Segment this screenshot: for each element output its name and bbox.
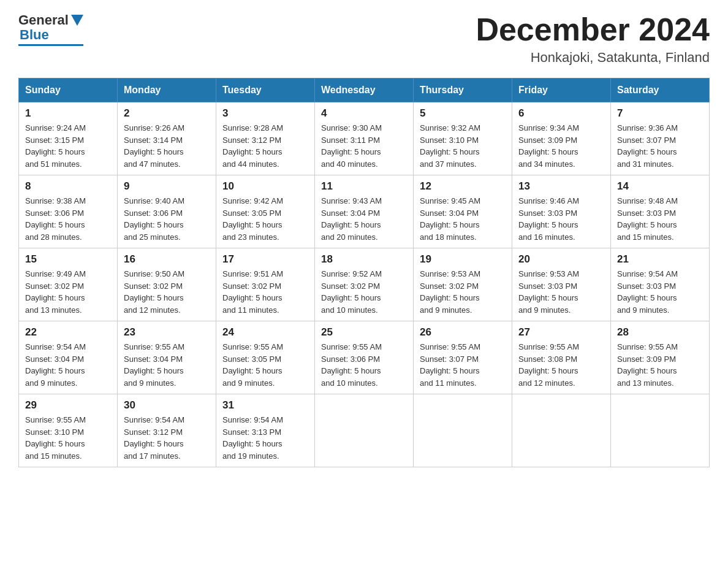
day-number: 25 (321, 326, 407, 339)
calendar-cell: 13Sunrise: 9:46 AMSunset: 3:03 PMDayligh… (512, 175, 611, 248)
calendar-cell: 1Sunrise: 9:24 AMSunset: 3:15 PMDaylight… (19, 102, 118, 175)
calendar-cell: 23Sunrise: 9:55 AMSunset: 3:04 PMDayligh… (118, 321, 216, 394)
calendar-week-row: 8Sunrise: 9:38 AMSunset: 3:06 PMDaylight… (19, 175, 710, 248)
calendar-table: SundayMondayTuesdayWednesdayThursdayFrid… (18, 78, 710, 467)
weekday-header: Sunday (19, 79, 118, 102)
day-info: Sunrise: 9:54 AMSunset: 3:03 PMDaylight:… (617, 268, 703, 316)
calendar-cell: 9Sunrise: 9:40 AMSunset: 3:06 PMDaylight… (118, 175, 216, 248)
day-info: Sunrise: 9:28 AMSunset: 3:12 PMDaylight:… (222, 122, 308, 170)
day-info: Sunrise: 9:55 AMSunset: 3:09 PMDaylight:… (617, 341, 703, 389)
calendar-week-row: 15Sunrise: 9:49 AMSunset: 3:02 PMDayligh… (19, 248, 710, 321)
day-info: Sunrise: 9:34 AMSunset: 3:09 PMDaylight:… (518, 122, 604, 170)
calendar-week-row: 22Sunrise: 9:54 AMSunset: 3:04 PMDayligh… (19, 321, 710, 394)
calendar-cell: 20Sunrise: 9:53 AMSunset: 3:03 PMDayligh… (512, 248, 611, 321)
day-number: 24 (222, 326, 308, 339)
calendar-cell: 26Sunrise: 9:55 AMSunset: 3:07 PMDayligh… (414, 321, 512, 394)
day-number: 6 (518, 107, 604, 120)
day-number: 23 (124, 326, 210, 339)
calendar-cell: 10Sunrise: 9:42 AMSunset: 3:05 PMDayligh… (216, 175, 315, 248)
calendar-week-row: 1Sunrise: 9:24 AMSunset: 3:15 PMDaylight… (19, 102, 710, 175)
day-info: Sunrise: 9:45 AMSunset: 3:04 PMDaylight:… (420, 195, 506, 243)
calendar-cell: 3Sunrise: 9:28 AMSunset: 3:12 PMDaylight… (216, 102, 315, 175)
day-number: 9 (124, 180, 210, 193)
calendar-cell: 29Sunrise: 9:55 AMSunset: 3:10 PMDayligh… (19, 394, 118, 467)
day-info: Sunrise: 9:51 AMSunset: 3:02 PMDaylight:… (222, 268, 308, 316)
day-info: Sunrise: 9:36 AMSunset: 3:07 PMDaylight:… (617, 122, 703, 170)
calendar-cell (611, 394, 710, 467)
calendar-cell: 6Sunrise: 9:34 AMSunset: 3:09 PMDaylight… (512, 102, 611, 175)
calendar-cell: 7Sunrise: 9:36 AMSunset: 3:07 PMDaylight… (611, 102, 710, 175)
weekday-header: Monday (118, 79, 216, 102)
calendar-cell: 16Sunrise: 9:50 AMSunset: 3:02 PMDayligh… (118, 248, 216, 321)
logo-blue-text: Blue (20, 27, 49, 43)
logo-line (18, 44, 83, 46)
day-number: 19 (420, 253, 506, 266)
calendar-cell: 24Sunrise: 9:55 AMSunset: 3:05 PMDayligh… (216, 321, 315, 394)
calendar-cell: 19Sunrise: 9:53 AMSunset: 3:02 PMDayligh… (414, 248, 512, 321)
day-number: 30 (124, 399, 210, 412)
day-info: Sunrise: 9:24 AMSunset: 3:15 PMDaylight:… (25, 122, 111, 170)
day-info: Sunrise: 9:50 AMSunset: 3:02 PMDaylight:… (124, 268, 210, 316)
day-info: Sunrise: 9:30 AMSunset: 3:11 PMDaylight:… (321, 122, 407, 170)
calendar-cell: 27Sunrise: 9:55 AMSunset: 3:08 PMDayligh… (512, 321, 611, 394)
calendar-cell: 31Sunrise: 9:54 AMSunset: 3:13 PMDayligh… (216, 394, 315, 467)
day-number: 18 (321, 253, 407, 266)
day-info: Sunrise: 9:55 AMSunset: 3:07 PMDaylight:… (420, 341, 506, 389)
logo-triangle-icon (71, 15, 83, 26)
calendar-cell: 5Sunrise: 9:32 AMSunset: 3:10 PMDaylight… (414, 102, 512, 175)
day-number: 1 (25, 107, 111, 120)
calendar-cell: 22Sunrise: 9:54 AMSunset: 3:04 PMDayligh… (19, 321, 118, 394)
day-number: 7 (617, 107, 703, 120)
calendar-cell: 18Sunrise: 9:52 AMSunset: 3:02 PMDayligh… (315, 248, 414, 321)
calendar-cell: 4Sunrise: 9:30 AMSunset: 3:11 PMDaylight… (315, 102, 414, 175)
calendar-cell: 12Sunrise: 9:45 AMSunset: 3:04 PMDayligh… (414, 175, 512, 248)
day-info: Sunrise: 9:54 AMSunset: 3:13 PMDaylight:… (222, 414, 308, 462)
page-header: General Blue December 2024 Honkajoki, Sa… (18, 12, 710, 66)
weekday-header-row: SundayMondayTuesdayWednesdayThursdayFrid… (19, 79, 710, 102)
calendar-cell: 11Sunrise: 9:43 AMSunset: 3:04 PMDayligh… (315, 175, 414, 248)
day-info: Sunrise: 9:53 AMSunset: 3:02 PMDaylight:… (420, 268, 506, 316)
day-number: 15 (25, 253, 111, 266)
logo-text: General (18, 12, 83, 28)
day-info: Sunrise: 9:32 AMSunset: 3:10 PMDaylight:… (420, 122, 506, 170)
day-number: 20 (518, 253, 604, 266)
day-info: Sunrise: 9:43 AMSunset: 3:04 PMDaylight:… (321, 195, 407, 243)
calendar-cell: 15Sunrise: 9:49 AMSunset: 3:02 PMDayligh… (19, 248, 118, 321)
calendar-cell: 30Sunrise: 9:54 AMSunset: 3:12 PMDayligh… (118, 394, 216, 467)
day-info: Sunrise: 9:54 AMSunset: 3:12 PMDaylight:… (124, 414, 210, 462)
day-info: Sunrise: 9:52 AMSunset: 3:02 PMDaylight:… (321, 268, 407, 316)
day-number: 13 (518, 180, 604, 193)
calendar-cell: 14Sunrise: 9:48 AMSunset: 3:03 PMDayligh… (611, 175, 710, 248)
day-info: Sunrise: 9:38 AMSunset: 3:06 PMDaylight:… (25, 195, 111, 243)
day-number: 3 (222, 107, 308, 120)
day-number: 5 (420, 107, 506, 120)
day-info: Sunrise: 9:26 AMSunset: 3:14 PMDaylight:… (124, 122, 210, 170)
calendar-cell (315, 394, 414, 467)
weekday-header: Wednesday (315, 79, 414, 102)
day-number: 29 (25, 399, 111, 412)
calendar-cell (414, 394, 512, 467)
day-info: Sunrise: 9:53 AMSunset: 3:03 PMDaylight:… (518, 268, 604, 316)
calendar-cell: 28Sunrise: 9:55 AMSunset: 3:09 PMDayligh… (611, 321, 710, 394)
calendar-cell: 2Sunrise: 9:26 AMSunset: 3:14 PMDaylight… (118, 102, 216, 175)
day-info: Sunrise: 9:55 AMSunset: 3:08 PMDaylight:… (518, 341, 604, 389)
day-info: Sunrise: 9:55 AMSunset: 3:04 PMDaylight:… (124, 341, 210, 389)
weekday-header: Tuesday (216, 79, 315, 102)
logo: General Blue (18, 12, 83, 46)
day-number: 8 (25, 180, 111, 193)
calendar-cell: 21Sunrise: 9:54 AMSunset: 3:03 PMDayligh… (611, 248, 710, 321)
logo-general-text: General (18, 12, 69, 28)
day-info: Sunrise: 9:46 AMSunset: 3:03 PMDaylight:… (518, 195, 604, 243)
day-number: 11 (321, 180, 407, 193)
location-subtitle: Honkajoki, Satakunta, Finland (476, 50, 710, 66)
day-number: 26 (420, 326, 506, 339)
calendar-cell: 8Sunrise: 9:38 AMSunset: 3:06 PMDaylight… (19, 175, 118, 248)
day-number: 14 (617, 180, 703, 193)
month-title: December 2024 (476, 12, 710, 47)
day-number: 16 (124, 253, 210, 266)
day-number: 31 (222, 399, 308, 412)
calendar-week-row: 29Sunrise: 9:55 AMSunset: 3:10 PMDayligh… (19, 394, 710, 467)
day-info: Sunrise: 9:55 AMSunset: 3:06 PMDaylight:… (321, 341, 407, 389)
calendar-cell: 25Sunrise: 9:55 AMSunset: 3:06 PMDayligh… (315, 321, 414, 394)
day-info: Sunrise: 9:54 AMSunset: 3:04 PMDaylight:… (25, 341, 111, 389)
